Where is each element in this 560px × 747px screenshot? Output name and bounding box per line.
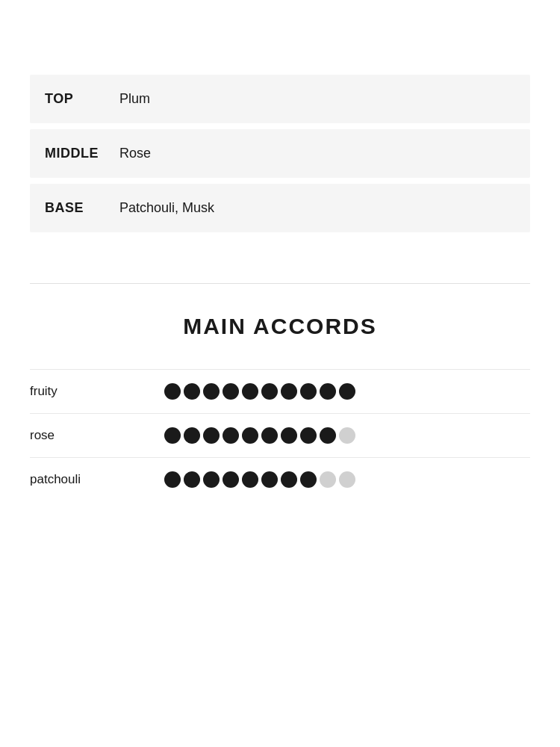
dot-filled bbox=[300, 471, 317, 488]
dot-filled bbox=[320, 427, 336, 444]
dot-filled bbox=[281, 383, 297, 400]
accords-section: MAIN ACCORDS fruityrosepatchouli bbox=[0, 314, 560, 531]
dot-filled bbox=[223, 427, 239, 444]
dot-filled bbox=[261, 383, 278, 400]
accord-label: fruity bbox=[30, 384, 164, 399]
dot-filled bbox=[261, 471, 278, 488]
dot-filled bbox=[300, 427, 317, 444]
base-note-label: BASE bbox=[45, 200, 119, 216]
top-note-label: TOP bbox=[45, 91, 119, 107]
middle-note-row: MIDDLE Rose bbox=[30, 129, 530, 178]
dot-filled bbox=[320, 383, 336, 400]
dot-filled bbox=[203, 383, 220, 400]
dot-filled bbox=[184, 427, 200, 444]
accord-row: fruity bbox=[30, 369, 530, 413]
base-note-value: Patchouli, Musk bbox=[119, 200, 214, 216]
accord-row: rose bbox=[30, 413, 530, 457]
dot-empty bbox=[339, 427, 355, 444]
dot-filled bbox=[223, 383, 239, 400]
middle-note-value: Rose bbox=[119, 146, 151, 161]
dot-filled bbox=[242, 427, 258, 444]
dot-filled bbox=[164, 471, 181, 488]
top-note-value: Plum bbox=[119, 91, 150, 107]
accord-dots bbox=[164, 383, 355, 400]
dot-filled bbox=[261, 427, 278, 444]
dot-filled bbox=[203, 427, 220, 444]
dot-empty bbox=[339, 471, 355, 488]
accord-dots bbox=[164, 427, 355, 444]
dot-filled bbox=[184, 383, 200, 400]
dot-filled bbox=[184, 471, 200, 488]
middle-note-label: MIDDLE bbox=[45, 146, 119, 161]
top-note-row: TOP Plum bbox=[30, 75, 530, 123]
accords-title: MAIN ACCORDS bbox=[30, 314, 530, 339]
dot-empty bbox=[320, 471, 336, 488]
accord-row: patchouli bbox=[30, 457, 530, 501]
dot-filled bbox=[339, 383, 355, 400]
accord-dots bbox=[164, 471, 355, 488]
dot-filled bbox=[242, 471, 258, 488]
dot-filled bbox=[164, 427, 181, 444]
dot-filled bbox=[203, 471, 220, 488]
dot-filled bbox=[300, 383, 317, 400]
dot-filled bbox=[223, 471, 239, 488]
accords-list: fruityrosepatchouli bbox=[30, 369, 530, 501]
notes-section: TOP Plum MIDDLE Rose BASE Patchouli, Mus… bbox=[0, 45, 560, 253]
section-divider bbox=[30, 283, 530, 284]
dot-filled bbox=[281, 427, 297, 444]
dot-filled bbox=[242, 383, 258, 400]
accord-label: rose bbox=[30, 428, 164, 443]
accord-label: patchouli bbox=[30, 472, 164, 487]
base-note-row: BASE Patchouli, Musk bbox=[30, 184, 530, 232]
dot-filled bbox=[164, 383, 181, 400]
dot-filled bbox=[281, 471, 297, 488]
